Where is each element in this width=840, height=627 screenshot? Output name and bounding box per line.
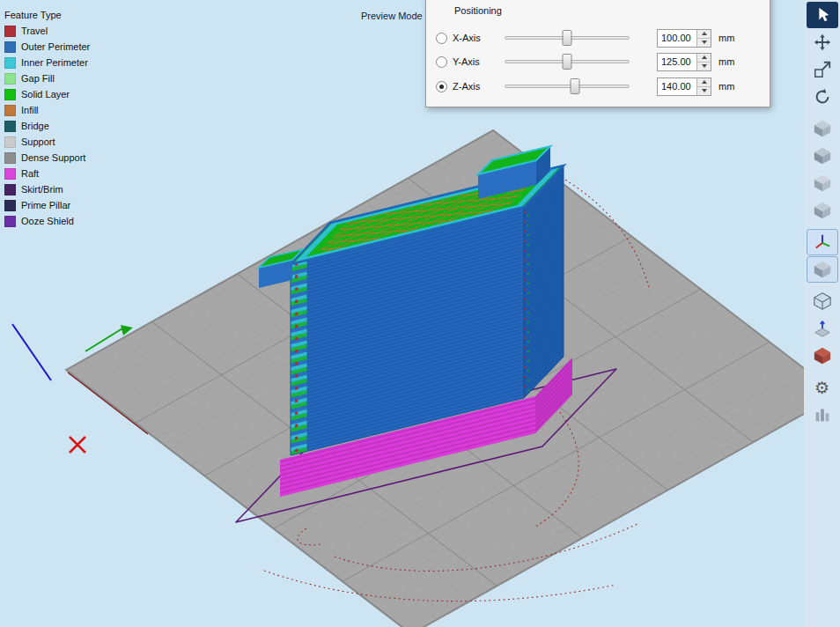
cross-section-button[interactable] (807, 343, 838, 369)
positioning-panel: Positioning X-Axis 100.00 mm Y-Axis 125.… (425, 0, 770, 107)
y-axis-spinbox[interactable]: 125.00 (657, 53, 711, 71)
spin-up-icon[interactable] (697, 54, 711, 63)
view-cube-button-3[interactable] (807, 170, 838, 196)
feature-color-swatch (4, 41, 16, 53)
unit-label: mm (718, 56, 734, 67)
feature-label: Gap Fill (21, 73, 55, 84)
view-cube-button-2[interactable] (807, 143, 838, 169)
coordinate-axes-icon (813, 232, 832, 252)
positioning-title: Positioning (454, 5, 502, 16)
legend-item-inner-perimeter: Inner Perimeter (4, 55, 90, 70)
feature-color-swatch (4, 216, 16, 227)
spin-up-icon[interactable] (697, 30, 711, 39)
feature-color-swatch (4, 136, 16, 148)
cross-section-cube-icon (813, 346, 832, 365)
feature-color-swatch (4, 57, 16, 69)
z-axis-slider-handle[interactable] (570, 78, 579, 94)
rotate-icon (813, 87, 832, 107)
feature-label: Skirt/Brim (21, 184, 63, 195)
wireframe-view-button[interactable] (807, 288, 838, 314)
legend-item-prime-pillar: Prime Pillar (4, 197, 90, 213)
feature-color-swatch (4, 152, 16, 164)
feature-label: Bridge (21, 121, 49, 131)
feature-color-swatch (4, 184, 16, 195)
feature-label: Raft (21, 168, 39, 179)
legend-item-gap-fill: Gap Fill (4, 70, 90, 86)
spin-buttons (696, 30, 711, 47)
cube-icon (813, 119, 832, 138)
z-axis-spinbox[interactable]: 140.00 (657, 77, 711, 96)
surface-normal-button[interactable] (807, 315, 838, 342)
legend-item-raft: Raft (4, 166, 90, 181)
feature-color-swatch (4, 168, 16, 180)
x-axis-label: X-Axis (453, 33, 505, 43)
spin-up-icon[interactable] (697, 78, 711, 87)
y-axis-row: Y-Axis 125.00 mm (436, 52, 734, 71)
y-axis-slider[interactable] (505, 53, 630, 70)
feature-label: Solid Layer (21, 89, 70, 100)
feature-color-swatch (4, 26, 16, 37)
cube-icon (813, 146, 832, 166)
legend-item-solid-layer: Solid Layer (4, 86, 90, 102)
legend-item-infill: Infill (4, 102, 90, 118)
gear-icon: ⚙ (814, 380, 829, 396)
view-cube-button-4[interactable] (807, 197, 838, 224)
feature-color-swatch (4, 105, 16, 116)
legend-item-ooze-shield: Ooze Shield (4, 213, 90, 229)
feature-color-swatch (4, 73, 16, 85)
feature-label: Ooze Shield (21, 216, 74, 226)
scale-tool-button[interactable] (807, 56, 838, 83)
x-axis-value: 100.00 (658, 30, 696, 47)
scale-icon (813, 60, 832, 79)
y-axis-label: Y-Axis (453, 56, 505, 67)
cube-icon (813, 201, 832, 220)
spin-buttons (696, 54, 711, 70)
feature-label: Outer Perimeter (21, 41, 90, 52)
z-axis-value: 140.00 (658, 78, 696, 95)
unit-label: mm (718, 33, 734, 43)
x-axis-slider[interactable] (505, 29, 630, 47)
surface-normal-icon (813, 319, 832, 338)
support-pillars-icon (813, 405, 832, 424)
cursor-icon (813, 5, 832, 25)
legend-item-outer-perimeter: Outer Perimeter (4, 39, 90, 55)
settings-button[interactable]: ⚙ (807, 374, 838, 401)
y-axis-value: 125.00 (658, 54, 696, 70)
rotate-tool-button[interactable] (807, 84, 838, 110)
x-axis-row: X-Axis 100.00 mm (436, 28, 734, 48)
cube-icon (813, 173, 832, 193)
z-axis-radio[interactable] (436, 81, 447, 92)
spin-buttons (696, 78, 711, 95)
preview-mode-label: Preview Mode (361, 11, 423, 21)
spin-down-icon[interactable] (697, 87, 711, 95)
feature-label: Infill (21, 105, 39, 115)
feature-label: Support (21, 136, 55, 147)
legend-item-support: Support (4, 134, 90, 150)
unit-label: mm (718, 81, 734, 92)
move-tool-button[interactable] (807, 29, 838, 55)
shaded-view-button[interactable] (807, 256, 838, 283)
slider-track (505, 85, 630, 88)
coordinate-axes-button[interactable] (807, 229, 838, 255)
feature-label: Prime Pillar (21, 200, 70, 210)
z-axis-slider[interactable] (505, 77, 630, 95)
view-cube-button-1[interactable] (807, 115, 838, 142)
legend-item-travel: Travel (4, 23, 90, 39)
wireframe-cube-icon (813, 291, 832, 311)
y-axis-slider-handle[interactable] (563, 54, 572, 70)
z-axis-row: Z-Axis 140.00 mm (436, 77, 734, 96)
feature-label: Travel (21, 26, 48, 36)
spin-down-icon[interactable] (697, 63, 711, 70)
x-axis-spinbox[interactable]: 100.00 (657, 29, 711, 48)
x-axis-slider-handle[interactable] (563, 30, 572, 46)
supports-button[interactable] (807, 402, 838, 428)
legend-title: Feature Type (4, 7, 90, 23)
select-tool-button[interactable] (807, 2, 838, 28)
x-axis-radio[interactable] (436, 33, 447, 44)
feature-type-legend: Feature Type Travel Outer Perimeter Inne… (4, 7, 90, 229)
legend-item-dense-support: Dense Support (4, 150, 90, 166)
feature-color-swatch (4, 121, 16, 132)
spin-down-icon[interactable] (697, 39, 711, 47)
y-axis-radio[interactable] (436, 56, 447, 68)
move-arrows-icon (813, 33, 832, 52)
